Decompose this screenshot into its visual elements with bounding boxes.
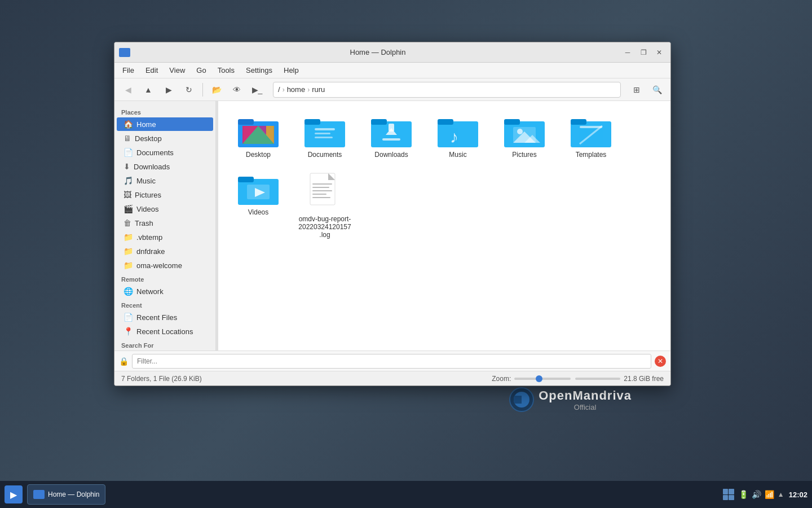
documents-folder-icon <box>304 115 345 148</box>
vd-4 <box>729 495 734 501</box>
sidebar-item-network-label: Network <box>136 287 164 296</box>
svg-point-23 <box>517 129 523 134</box>
sidebar-item-desktop[interactable]: 🖥 Desktop <box>117 132 213 145</box>
filter-input[interactable] <box>132 354 651 369</box>
filter-clear-button[interactable]: ✕ <box>655 356 666 367</box>
home-icon: 🏠 <box>123 120 133 129</box>
file-item-templates[interactable]: Templates <box>560 110 622 163</box>
menu-edit[interactable]: Edit <box>140 65 164 76</box>
terminal-button[interactable]: ▶_ <box>248 81 266 98</box>
statusbar-info: 7 Folders, 1 File (26.9 KiB) <box>121 375 202 383</box>
sidebar-item-downloads-label: Downloads <box>134 163 170 171</box>
toolbar: ◀ ▲ ▶ ↻ 📂 👁 ▶_ / › home › ruru ⊞ 🔍 <box>114 78 670 101</box>
titlebar-buttons: ─ ❐ ✕ <box>621 46 666 59</box>
taskbar-right-area: 🔋 🔊 📶 ▲ 12:02 <box>723 489 807 500</box>
templates-folder-icon <box>571 115 611 148</box>
taskbar-dolphin-icon <box>33 490 45 499</box>
sidebar-item-pictures[interactable]: 🖼 Pictures <box>117 188 213 202</box>
volume-icon[interactable]: 🔊 <box>752 490 761 499</box>
menu-go[interactable]: Go <box>191 65 211 76</box>
reload-button[interactable]: ↻ <box>180 81 198 98</box>
zoom-slider[interactable] <box>514 378 620 380</box>
trash-icon: 🗑 <box>123 218 131 227</box>
show-hidden-button[interactable]: 👁 <box>228 81 246 98</box>
sidebar-item-documents[interactable]: 📄 Documents <box>117 146 213 159</box>
svg-rect-31 <box>238 177 254 182</box>
desktop: OpenMandriva Official Home — Dolphin ─ ❐… <box>0 0 812 508</box>
addressbar-current[interactable]: ruru <box>312 85 325 94</box>
file-grid: Desktop <box>227 110 661 243</box>
free-space: 21.8 GiB free <box>624 375 664 383</box>
statusbar: 7 Folders, 1 File (26.9 KiB) Zoom: 21.8 … <box>114 371 670 386</box>
forward-button[interactable]: ▶ <box>160 81 178 98</box>
window-title: Home — Dolphin <box>135 48 621 56</box>
menu-tools[interactable]: Tools <box>212 65 240 76</box>
file-item-documents[interactable]: Documents <box>294 110 356 163</box>
sidebar-item-home[interactable]: 🏠 Home <box>117 117 213 131</box>
svg-rect-8 <box>304 119 320 125</box>
remote-label: Remote <box>114 273 215 284</box>
addressbar-home[interactable]: home <box>287 85 306 94</box>
svg-rect-16 <box>382 138 400 141</box>
sidebar-item-recent-locations[interactable]: 📍 Recent Locations <box>117 325 213 338</box>
battery-icon[interactable]: 🔋 <box>739 490 748 499</box>
desktop-folder-label: Desktop <box>246 151 271 159</box>
file-item-pictures[interactable]: Pictures <box>493 110 555 163</box>
sidebar-item-recent-files[interactable]: 📄 Recent Files <box>117 310 213 324</box>
open-folder-button[interactable]: 📂 <box>208 81 226 98</box>
menu-file[interactable]: File <box>117 65 140 76</box>
sidebar-item-network[interactable]: 🌐 Network <box>117 284 213 298</box>
minimize-button[interactable]: ─ <box>621 46 634 59</box>
file-item-desktop[interactable]: Desktop <box>227 110 289 163</box>
content-area: Places 🏠 Home 🖥 Desktop 📄 Documents ⬇ Do… <box>114 101 670 351</box>
taskbar-start-button[interactable]: ▶ <box>5 485 23 503</box>
taskbar-time: 12:02 <box>789 491 807 499</box>
sidebar-item-documents-label: Documents <box>136 148 174 157</box>
svg-rect-13 <box>371 119 387 125</box>
sidebar-item-videos[interactable]: 🎬 Videos <box>117 202 213 216</box>
places-label: Places <box>114 106 215 117</box>
menu-view[interactable]: View <box>164 65 191 76</box>
svg-rect-21 <box>504 119 520 125</box>
sidebar-item-dnfdrake[interactable]: 📁 dnfdrake <box>117 244 213 258</box>
zoom-label: Zoom: <box>492 375 511 383</box>
taskbar-dolphin-window[interactable]: Home — Dolphin <box>27 484 105 505</box>
expand-tray-icon[interactable]: ▲ <box>778 491 784 498</box>
sidebar-item-downloads[interactable]: ⬇ Downloads <box>117 160 213 173</box>
filter-lock-icon: 🔒 <box>119 357 129 366</box>
menu-help[interactable]: Help <box>278 65 304 76</box>
svg-rect-15 <box>389 124 394 132</box>
templates-folder-label: Templates <box>576 151 607 159</box>
file-item-videos[interactable]: Videos <box>227 168 289 243</box>
sidebar-item-music-label: Music <box>136 177 156 185</box>
restore-button[interactable]: ❐ <box>637 46 650 59</box>
sidebar-item-dnfdrake-label: dnfdrake <box>136 247 165 256</box>
back-button[interactable]: ◀ <box>119 81 137 98</box>
sidebar-item-oma-welcome[interactable]: 📁 oma-welcome <box>117 259 213 272</box>
sidebar-item-vbtemp[interactable]: 📁 .vbtemp <box>117 230 213 244</box>
virtual-desktops[interactable] <box>723 489 734 500</box>
up-button[interactable]: ▲ <box>139 81 157 98</box>
search-button[interactable]: 🔍 <box>648 81 666 98</box>
svg-rect-11 <box>315 137 333 138</box>
zoom-track-1 <box>514 378 571 380</box>
network-tray-icon[interactable]: 📶 <box>765 490 774 499</box>
taskbar: ▶ Home — Dolphin 🔋 🔊 📶 ▲ 12:02 <box>0 481 812 508</box>
close-button[interactable]: ✕ <box>652 46 666 59</box>
sidebar-item-trash[interactable]: 🗑 Trash <box>117 216 213 230</box>
taskbar-dolphin-label: Home — Dolphin <box>48 491 99 498</box>
file-area: Desktop <box>218 101 670 351</box>
menu-settings[interactable]: Settings <box>240 65 278 76</box>
svg-rect-27 <box>571 119 586 125</box>
file-item-downloads[interactable]: Downloads <box>360 110 422 163</box>
downloads-folder-icon <box>371 115 412 148</box>
log-file-icon <box>308 172 342 213</box>
addressbar-root[interactable]: / <box>278 85 280 94</box>
om-logo-text: OpenMandriva <box>539 388 632 403</box>
addressbar: / › home › ruru <box>273 82 621 98</box>
recent-locations-icon: 📍 <box>123 327 133 336</box>
sidebar-item-music[interactable]: 🎵 Music <box>117 174 213 187</box>
view-toggle-button[interactable]: ⊞ <box>628 81 646 98</box>
file-item-music[interactable]: ♪ Music <box>427 110 489 163</box>
file-item-log[interactable]: omdv-bug-report-20220324120157.log <box>294 168 356 243</box>
